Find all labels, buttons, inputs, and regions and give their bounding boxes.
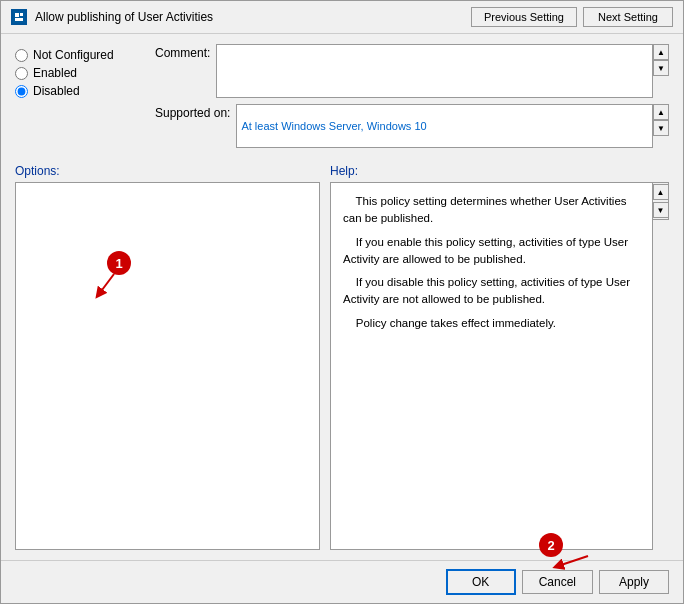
disabled-radio[interactable]: Disabled [15,84,145,98]
svg-rect-1 [15,13,19,17]
top-section: Not Configured Enabled Disabled Comment: [15,44,669,148]
help-scroll-down[interactable]: ▼ [653,202,669,218]
apply-button[interactable]: Apply [599,570,669,594]
ok-button[interactable]: OK [446,569,516,595]
supported-label: Supported on: [155,104,230,120]
help-panel: This policy setting determines whether U… [330,182,653,550]
help-line4: Policy change takes effect immediately. [343,315,640,332]
supported-section: Supported on: At least Windows Server, W… [155,104,669,148]
comment-input[interactable] [216,44,653,98]
not-configured-radio[interactable]: Not Configured [15,48,145,62]
radio-group: Not Configured Enabled Disabled [15,44,145,148]
svg-rect-3 [15,18,23,21]
options-panel [15,182,320,550]
not-configured-input[interactable] [15,49,28,62]
help-line3: If you disable this policy setting, acti… [343,274,640,309]
comment-label: Comment: [155,44,210,60]
dialog-footer: 1 2 OK Cancel Apply [1,560,683,603]
help-line2: If you enable this policy setting, activ… [343,234,640,269]
comment-scroll-up[interactable]: ▲ [653,44,669,60]
title-bar: Allow publishing of User Activities Prev… [1,1,683,34]
help-scrollbar: ▲ ▼ [653,182,669,220]
section-headers: Options: Help: [15,164,669,178]
supported-scrollbar: ▲ ▼ [653,104,669,136]
bottom-panels: This policy setting determines whether U… [15,182,669,550]
enabled-radio[interactable]: Enabled [15,66,145,80]
options-header: Options: [15,164,320,178]
disabled-input[interactable] [15,85,28,98]
help-scroll-up[interactable]: ▲ [653,184,669,200]
supported-box: At least Windows Server, Windows 10 [236,104,653,148]
supported-scroll-down[interactable]: ▼ [653,120,669,136]
help-header: Help: [330,164,669,178]
dialog-icon [11,9,27,25]
disabled-label: Disabled [33,84,80,98]
comment-scrollbar: ▲ ▼ [653,44,669,76]
comment-section: Comment: ▲ ▼ [155,44,669,98]
dialog-body: Not Configured Enabled Disabled Comment: [1,34,683,560]
not-configured-label: Not Configured [33,48,114,62]
svg-rect-2 [20,13,23,16]
step-badge-1: 1 [107,251,131,275]
right-section: Comment: ▲ ▼ Supported on: At [155,44,669,148]
previous-setting-button[interactable]: Previous Setting [471,7,577,27]
cancel-button[interactable]: Cancel [522,570,593,594]
enabled-label: Enabled [33,66,77,80]
main-dialog: Allow publishing of User Activities Prev… [0,0,684,604]
comment-scroll-down[interactable]: ▼ [653,60,669,76]
dialog-title: Allow publishing of User Activities [35,10,463,24]
comment-wrapper: ▲ ▼ [216,44,669,98]
help-line1: This policy setting determines whether U… [343,193,640,228]
supported-text: At least Windows Server, Windows 10 [241,120,426,132]
enabled-input[interactable] [15,67,28,80]
navigation-buttons: Previous Setting Next Setting [471,7,673,27]
supported-scroll-up[interactable]: ▲ [653,104,669,120]
next-setting-button[interactable]: Next Setting [583,7,673,27]
supported-wrapper: At least Windows Server, Windows 10 ▲ ▼ [236,104,669,148]
step-badge-2: 2 [539,533,563,557]
help-panel-wrapper: This policy setting determines whether U… [330,182,669,550]
